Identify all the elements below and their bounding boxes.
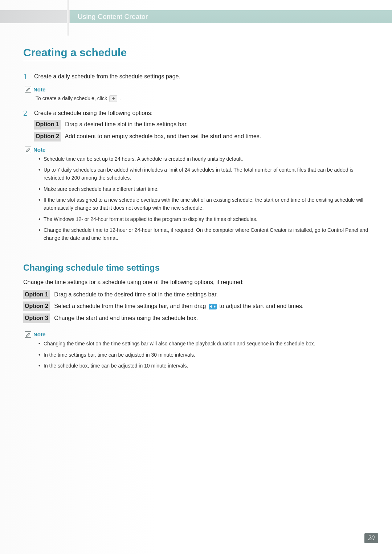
header-divider: [67, 0, 69, 36]
note-item: Make sure each schedule has a different …: [38, 185, 375, 193]
section-title-creating: Creating a schedule: [23, 46, 375, 61]
header-band: Using Content Creator: [0, 10, 392, 23]
header-left-block: [0, 10, 70, 23]
option-tag: Option 1: [34, 120, 61, 130]
note-text-after: .: [119, 95, 121, 101]
note-label: Note: [33, 86, 45, 93]
note-item: Schedule time can be set up to 24 hours.…: [38, 155, 375, 163]
note-header: Note: [25, 331, 375, 338]
note-icon: [25, 331, 31, 338]
note-icon: [25, 86, 31, 93]
option-tag: Option 3: [23, 313, 50, 323]
note-block-3: Note Changing the time slot on the time …: [23, 331, 375, 370]
section-title-changing: Changing schedule time settings: [23, 263, 375, 273]
chapter-title: Using Content Creator: [78, 13, 148, 21]
option-2-row: Option 2 Add content to an empty schedul…: [34, 132, 375, 141]
note-label: Note: [33, 331, 45, 337]
page-content: Creating a schedule 1 Create a daily sch…: [23, 46, 375, 377]
option-tag: Option 2: [34, 132, 61, 141]
note-item: Up to 7 daily schedules can be added whi…: [38, 166, 375, 182]
note-item: The Windows 12- or 24-hour format is app…: [38, 216, 375, 223]
note-item: Change the schedule time to 12-hour or 2…: [38, 226, 375, 242]
note-label: Note: [33, 147, 45, 153]
step-2: 2 Create a schedule using the following …: [23, 109, 375, 141]
option-1-row: Option 1 Drag a schedule to the desired …: [23, 290, 375, 300]
note-body: To create a daily schedule, click .: [36, 95, 375, 102]
page-number: 20: [364, 533, 378, 543]
step-intro: Create a schedule using the following op…: [34, 109, 375, 118]
note-icon: [25, 147, 31, 153]
note-list: Schedule time can be set up to 24 hours.…: [38, 155, 375, 242]
option-tag: Option 1: [23, 290, 50, 300]
step-body: Create a schedule using the following op…: [34, 109, 375, 141]
option-text: Change the start and end times using the…: [54, 315, 198, 321]
note-item: If the time slot assigned to a new sched…: [38, 196, 375, 212]
option-text: Drag a schedule to the desired time slot…: [54, 291, 218, 297]
drag-handle-icon: [209, 304, 217, 309]
note-item: In the time settings bar, time can be ad…: [38, 351, 375, 359]
note-block-2: Note Schedule time can be set up to 24 h…: [23, 147, 375, 242]
plus-icon: [109, 95, 117, 102]
option-text: Add content to an empty schedule box, an…: [65, 133, 261, 139]
option-text-after: to adjust the start and end times.: [219, 303, 303, 309]
note-header: Note: [25, 86, 375, 93]
note-item: Changing the time slot on the time setti…: [38, 340, 375, 348]
option-2-row: Option 2 Select a schedule from the time…: [23, 301, 375, 311]
option-text: Drag a desired time slot in the time set…: [65, 121, 188, 127]
note-item: In the schedule box, time can be adjuste…: [38, 362, 375, 370]
note-header: Note: [25, 147, 375, 153]
note-block-1: Note To create a daily schedule, click .: [23, 86, 375, 102]
option-text-before: Select a schedule from the time settings…: [54, 303, 207, 309]
chapter-title-bar: Using Content Creator: [70, 10, 392, 23]
step-number: 2: [23, 109, 34, 141]
note-list: Changing the time slot on the time setti…: [38, 340, 375, 370]
note-text-before: To create a daily schedule, click: [36, 95, 109, 101]
option-tag: Option 2: [23, 301, 50, 311]
step-1: 1 Create a daily schedule from the sched…: [23, 72, 375, 81]
step-text: Create a daily schedule from the schedul…: [34, 72, 375, 81]
option-1-row: Option 1 Drag a desired time slot in the…: [34, 120, 375, 130]
section2-intro: Change the time settings for a schedule …: [23, 278, 375, 287]
step-number: 1: [23, 72, 34, 81]
option-3-row: Option 3 Change the start and end times …: [23, 313, 375, 323]
